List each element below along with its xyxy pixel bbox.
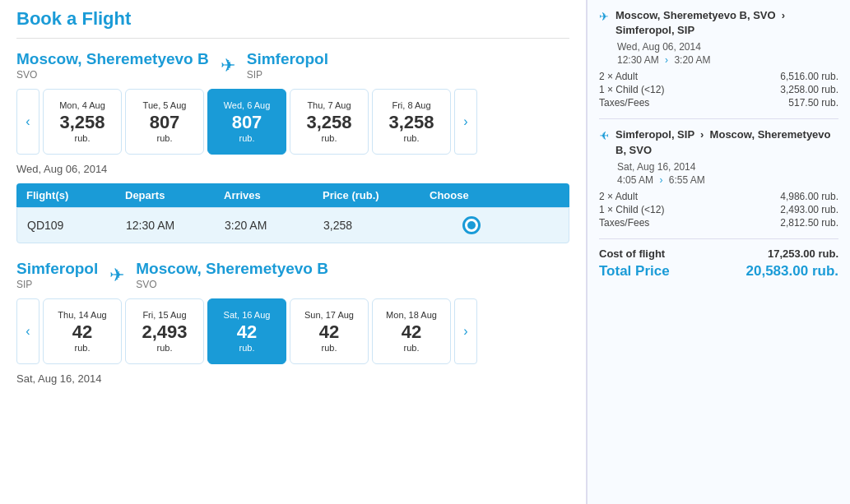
outbound-summary-plane-icon: ✈: [599, 10, 609, 23]
return-summary: ✈ Simferopol, SIP › Moscow, Sheremetyevo…: [599, 127, 838, 228]
return-fee-0: 2 × Adult 4,986.00 rub.: [599, 191, 838, 202]
cost-of-flight-value: 17,253.00 rub.: [768, 247, 838, 260]
outbound-summary-date: Wed, Aug 06, 2014: [617, 41, 838, 53]
outbound-origin-iata: SVO: [16, 69, 209, 81]
total-price-label: Total Price: [599, 263, 670, 280]
outbound-time-from: 12:30 AM: [617, 54, 659, 66]
divider-1: [599, 118, 838, 119]
return-origin-iata: SIP: [16, 279, 98, 290]
return-next-btn[interactable]: ›: [454, 298, 477, 364]
return-dest-city: Moscow, Sheremetyevo B: [136, 260, 328, 278]
outbound-date-1[interactable]: Tue, 5 Aug 807 rub.: [125, 89, 204, 155]
return-summary-route-row: ✈ Simferopol, SIP › Moscow, Sheremetyevo…: [599, 127, 838, 157]
return-origin: Simferopol SIP: [16, 260, 98, 290]
return-date-1[interactable]: Fri, 15 Aug 2,493 rub.: [125, 298, 204, 364]
outbound-dest-city: Simferopol: [247, 50, 328, 68]
return-date-0[interactable]: Thu, 14 Aug 42 rub.: [43, 298, 122, 364]
outbound-route-header: Moscow, Sheremetyevo B SVO ✈ Simferopol …: [16, 50, 569, 81]
return-date-3[interactable]: Sun, 17 Aug 42 rub.: [290, 298, 369, 364]
return-time-arrow: ›: [659, 174, 662, 186]
outbound-summary: ✈ Moscow, Sheremetyevo B, SVO › Simferop…: [599, 8, 838, 109]
col-flights: Flight(s): [26, 189, 125, 201]
flight-arrives: 3:20 AM: [225, 219, 323, 232]
return-summary-route: Simferopol, SIP › Moscow, Sheremetyevo B…: [615, 127, 838, 157]
return-destination: Moscow, Sheremetyevo B SVO: [136, 260, 328, 290]
outbound-next-btn[interactable]: ›: [454, 89, 477, 155]
outbound-date-2[interactable]: Wed, 6 Aug 807 rub.: [207, 89, 286, 155]
outbound-summary-route-row: ✈ Moscow, Sheremetyevo B, SVO › Simferop…: [599, 8, 838, 38]
flight-departs: 12:30 AM: [126, 219, 225, 232]
return-arrow-icon: ✈: [109, 265, 124, 286]
outbound-choose-radio[interactable]: [462, 216, 481, 234]
col-price: Price (rub.): [323, 189, 430, 201]
right-panel: ✈ Moscow, Sheremetyevo B, SVO › Simferop…: [587, 0, 850, 504]
outbound-fee-0: 2 × Adult 6,516.00 rub.: [599, 71, 838, 82]
return-fee-1: 1 × Child (<12) 2,493.00 rub.: [599, 204, 838, 215]
left-panel: Book a Flight Moscow, Sheremetyevo B SVO…: [0, 0, 587, 504]
return-selected-date: Sat, Aug 16, 2014: [16, 372, 569, 385]
outbound-date-3[interactable]: Thu, 7 Aug 3,258 rub.: [290, 89, 369, 155]
outbound-selected-date: Wed, Aug 06, 2014: [16, 163, 569, 175]
outbound-date-4[interactable]: Fri, 8 Aug 3,258 rub.: [372, 89, 451, 155]
return-date-2[interactable]: Sat, 16 Aug 42 rub.: [207, 298, 286, 364]
outbound-fee-2: Taxes/Fees 517.50 rub.: [599, 97, 838, 109]
return-time-to: 6:55 AM: [669, 174, 705, 186]
outbound-origin: Moscow, Sheremetyevo B SVO: [16, 50, 209, 81]
outbound-destination: Simferopol SIP: [247, 50, 328, 81]
outbound-time-arrow: ›: [665, 54, 668, 66]
cost-of-flight-label: Cost of flight: [599, 247, 665, 260]
col-choose: Choose: [430, 189, 512, 201]
cost-of-flight-row: Cost of flight 17,253.00 rub.: [599, 247, 838, 260]
return-summary-plane-icon: ✈: [599, 129, 609, 142]
total-price-row: Total Price 20,583.00 rub.: [599, 263, 838, 280]
flight-price: 3,258: [323, 219, 430, 232]
divider-2: [599, 238, 838, 239]
outbound-summary-time: 12:30 AM › 3:20 AM: [617, 54, 838, 66]
return-route-header: Simferopol SIP ✈ Moscow, Sheremetyevo B …: [16, 260, 569, 290]
outbound-flight-row: QD109 12:30 AM 3:20 AM 3,258: [16, 207, 569, 243]
outbound-dest-iata: SIP: [247, 69, 328, 81]
outbound-table-header: Flight(s) Departs Arrives Price (rub.) C…: [16, 183, 569, 207]
col-departs: Departs: [125, 189, 224, 201]
outbound-date-0[interactable]: Mon, 4 Aug 3,258 rub.: [43, 89, 122, 155]
return-origin-city: Simferopol: [16, 260, 98, 278]
return-date-row: ‹ Thu, 14 Aug 42 rub. Fri, 15 Aug 2,493 …: [16, 298, 569, 364]
outbound-fee-1: 1 × Child (<12) 3,258.00 rub.: [599, 84, 838, 95]
return-date-4[interactable]: Mon, 18 Aug 42 rub.: [372, 298, 451, 364]
flight-number: QD109: [27, 219, 126, 232]
outbound-time-to: 3:20 AM: [674, 54, 710, 66]
outbound-origin-city: Moscow, Sheremetyevo B: [16, 50, 209, 68]
return-fee-2: Taxes/Fees 2,812.50 rub.: [599, 217, 838, 229]
col-arrives: Arrives: [224, 189, 323, 201]
return-summary-date: Sat, Aug 16, 2014: [617, 161, 838, 173]
total-price-value: 20,583.00 rub.: [746, 263, 838, 280]
return-time-from: 4:05 AM: [617, 174, 653, 186]
outbound-arrow-icon: ✈: [221, 55, 235, 76]
return-dest-iata: SVO: [136, 279, 328, 290]
page-title: Book a Flight: [16, 8, 569, 39]
return-prev-btn[interactable]: ‹: [16, 298, 39, 364]
outbound-summary-route: Moscow, Sheremetyevo B, SVO › Simferopol…: [615, 8, 838, 38]
outbound-prev-btn[interactable]: ‹: [16, 89, 39, 155]
outbound-date-row: ‹ Mon, 4 Aug 3,258 rub. Tue, 5 Aug 807 r…: [16, 89, 569, 155]
return-summary-time: 4:05 AM › 6:55 AM: [617, 174, 838, 186]
